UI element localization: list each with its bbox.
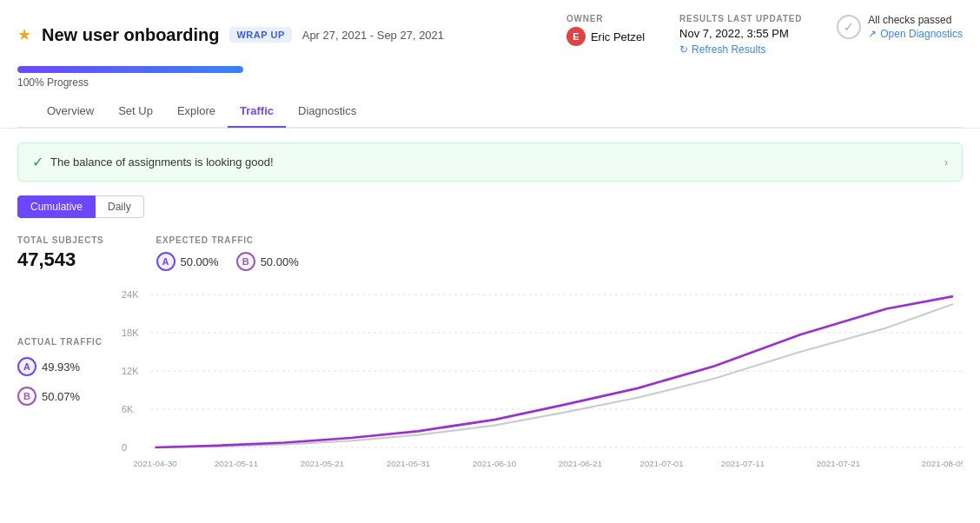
chevron-right-icon: › xyxy=(944,156,948,169)
svg-text:0: 0 xyxy=(122,442,127,453)
chart-right-panel: 24K 18K 12K 6K 0 2021-04-30 2021-05-11 2… xyxy=(122,285,963,498)
results-updated-label: RESULTS LAST UPDATED xyxy=(679,14,802,23)
cumulative-button[interactable]: Cumulative xyxy=(17,195,96,218)
svg-text:2021-06-10: 2021-06-10 xyxy=(473,459,517,468)
expected-traffic-a: A 50.00% xyxy=(156,252,219,271)
progress-bar-fill xyxy=(17,66,243,73)
stats-row: TOTAL SUBJECTS 47,543 EXPECTED TRAFFIC A… xyxy=(17,235,963,271)
total-subjects-value: 47,543 xyxy=(17,248,104,271)
wrap-up-badge: WRAP UP xyxy=(229,27,291,43)
refresh-results-button[interactable]: ↻ Refresh Results xyxy=(679,43,802,56)
owner-value: E Eric Petzel xyxy=(566,27,645,46)
expected-traffic-b-value: 50.00% xyxy=(261,255,299,268)
actual-variant-b-badge: B xyxy=(17,387,36,406)
svg-text:2021-05-21: 2021-05-21 xyxy=(301,459,345,468)
actual-traffic-b: B 50.07% xyxy=(17,387,122,406)
progress-section: 100% Progress xyxy=(17,66,963,89)
total-subjects-label: TOTAL SUBJECTS xyxy=(17,235,104,245)
expected-traffic-block: EXPECTED TRAFFIC A 50.00% B 50.00% xyxy=(156,235,299,271)
tab-diagnostics[interactable]: Diagnostics xyxy=(286,96,368,128)
open-diagnostics-button[interactable]: ↗ Open Diagnostics xyxy=(868,28,963,40)
date-range: Apr 27, 2021 - Sep 27, 2021 xyxy=(302,29,444,42)
cumulative-daily-toggle: Cumulative Daily xyxy=(17,195,963,218)
variant-a-badge: A xyxy=(156,252,175,271)
progress-bar-container xyxy=(17,66,243,73)
expected-traffic-items: A 50.00% B 50.00% xyxy=(156,252,299,271)
balance-alert-text: The balance of assignments is looking go… xyxy=(50,156,274,169)
actual-traffic-a: A 49.93% xyxy=(17,357,122,376)
svg-text:2021-06-21: 2021-06-21 xyxy=(559,459,603,468)
svg-text:12K: 12K xyxy=(122,366,139,376)
daily-button[interactable]: Daily xyxy=(96,195,144,218)
all-checks-block: ✓ All checks passed ↗ Open Diagnostics xyxy=(837,14,963,40)
tab-overview[interactable]: Overview xyxy=(35,96,106,128)
actual-traffic-a-value: 49.93% xyxy=(42,361,80,374)
star-icon: ★ xyxy=(17,25,31,44)
svg-text:2021-04-30: 2021-04-30 xyxy=(133,459,177,468)
refresh-results-label: Refresh Results xyxy=(692,43,765,56)
refresh-icon: ↻ xyxy=(679,43,688,56)
svg-text:2021-05-31: 2021-05-31 xyxy=(387,459,431,468)
owner-block: OWNER E Eric Petzel xyxy=(566,14,645,46)
svg-text:2021-08-05: 2021-08-05 xyxy=(922,459,963,468)
checks-text-block: All checks passed ↗ Open Diagnostics xyxy=(868,14,963,40)
svg-text:6K: 6K xyxy=(122,404,134,414)
all-checks-label: All checks passed xyxy=(868,14,963,26)
link-icon: ↗ xyxy=(868,28,877,40)
actual-variant-a-badge: A xyxy=(17,357,36,376)
expected-traffic-b: B 50.00% xyxy=(236,252,299,271)
chart-left-panel: ACTUAL TRAFFIC A 49.93% B 50.07% xyxy=(17,285,122,498)
svg-text:18K: 18K xyxy=(122,328,139,338)
progress-label: 100% Progress xyxy=(17,76,963,89)
svg-text:2021-07-01: 2021-07-01 xyxy=(639,459,684,468)
traffic-chart: 24K 18K 12K 6K 0 2021-04-30 2021-05-11 2… xyxy=(122,285,963,495)
results-updated-value: Nov 7, 2022, 3:55 PM xyxy=(679,27,802,40)
actual-traffic-b-value: 50.07% xyxy=(42,390,80,403)
svg-text:2021-05-11: 2021-05-11 xyxy=(215,459,259,468)
owner-label: OWNER xyxy=(566,14,645,23)
chart-area: ACTUAL TRAFFIC A 49.93% B 50.07% 24K 18K… xyxy=(17,285,963,498)
header-top-row: ★ New user onboarding WRAP UP Apr 27, 20… xyxy=(17,14,963,56)
actual-traffic-label: ACTUAL TRAFFIC xyxy=(17,337,122,347)
page-title: New user onboarding xyxy=(42,25,219,45)
owner-avatar: E xyxy=(566,27,586,46)
tab-explore[interactable]: Explore xyxy=(165,96,228,128)
balance-check-icon: ✓ xyxy=(32,154,43,170)
svg-text:24K: 24K xyxy=(122,289,139,300)
expected-traffic-a-value: 50.00% xyxy=(181,255,219,268)
expected-traffic-label: EXPECTED TRAFFIC xyxy=(156,235,299,245)
tab-traffic[interactable]: Traffic xyxy=(228,96,286,128)
variant-b-badge: B xyxy=(236,252,255,271)
tab-bar: Overview Set Up Explore Traffic Diagnost… xyxy=(17,96,963,128)
main-content: ✓ The balance of assignments is looking … xyxy=(0,129,980,512)
open-diagnostics-label: Open Diagnostics xyxy=(880,28,963,40)
owner-name: Eric Petzel xyxy=(591,30,645,43)
check-circle-icon: ✓ xyxy=(837,15,861,39)
svg-text:2021-07-21: 2021-07-21 xyxy=(817,459,861,468)
balance-alert-left: ✓ The balance of assignments is looking … xyxy=(32,154,274,170)
results-updated-block: RESULTS LAST UPDATED Nov 7, 2022, 3:55 P… xyxy=(679,14,802,56)
tab-setup[interactable]: Set Up xyxy=(106,96,165,128)
total-subjects-block: TOTAL SUBJECTS 47,543 xyxy=(17,235,104,271)
page-header: ★ New user onboarding WRAP UP Apr 27, 20… xyxy=(0,0,980,129)
svg-text:2021-07-11: 2021-07-11 xyxy=(721,459,765,468)
balance-alert-banner: ✓ The balance of assignments is looking … xyxy=(17,142,963,182)
